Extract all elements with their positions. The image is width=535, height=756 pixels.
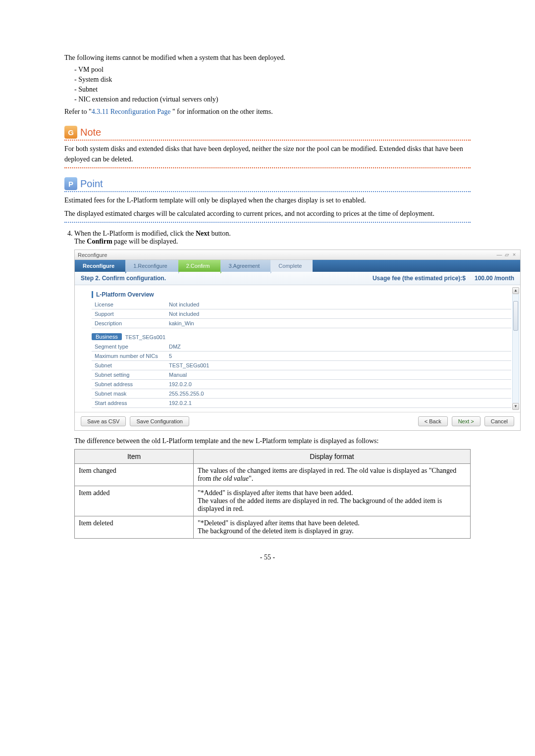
wizard-step-1[interactable]: 1.Reconfigure — [125, 260, 178, 272]
cell-key: Maximum number of NICs — [92, 352, 166, 361]
cell-value: 255.255.255.0 — [166, 389, 511, 399]
refer-line: Refer to "4.3.11 Reconfiguration Page " … — [64, 106, 471, 117]
page-number: - 55 - — [64, 554, 471, 561]
usage-fee-label: Usage fee (the estimated price):$ — [373, 275, 466, 282]
cell-value: TEST_SEGs001 — [166, 361, 511, 370]
text: 2.Confirm — [186, 263, 210, 269]
link-reconfiguration-page[interactable]: 4.3.11 Reconfiguration Page — [92, 108, 172, 115]
table-row: Item added "*Added" is displayed after i… — [75, 486, 471, 516]
step-4: When the L-Platform is modified, click t… — [74, 230, 471, 539]
cell-item: Item changed — [75, 464, 194, 486]
save-as-csv-button[interactable]: Save as CSV — [81, 416, 126, 426]
cell-key: Start address — [92, 399, 166, 408]
table-row: Descriptionkakin_Win — [92, 319, 511, 328]
note-title: Note — [80, 127, 101, 138]
substep-bar: Step 2. Confirm configuration. Usage fee… — [75, 272, 520, 285]
vertical-scrollbar[interactable]: ▲ ▼ — [512, 287, 519, 410]
cancel-button[interactable]: Cancel — [484, 416, 514, 426]
list-item-label: VM pool — [78, 66, 104, 73]
next-button[interactable]: Next > — [452, 416, 481, 426]
col-format: Display format — [194, 450, 471, 464]
confirm-body: L-Platform Overview LicenseNot included … — [75, 285, 520, 412]
note-separator — [64, 167, 471, 168]
cell-key: Segment type — [92, 342, 166, 352]
scroll-thumb[interactable] — [513, 301, 518, 331]
cell-value: 192.0.2.0 — [166, 380, 511, 389]
scroll-down-icon[interactable]: ▼ — [512, 403, 519, 410]
table-header-row: Item Display format — [75, 450, 471, 464]
text: "*Added" is displayed after items that h… — [198, 489, 442, 512]
maximize-icon[interactable]: ▱ — [504, 252, 510, 258]
cell-key: Description — [92, 319, 166, 328]
text: When the L-Platform is modified, click t… — [74, 230, 196, 237]
table-row: Segment typeDMZ — [92, 342, 511, 352]
back-button[interactable]: < Back — [418, 416, 448, 426]
cell-value: 192.0.2.1 — [166, 399, 511, 408]
table-row: Subnet address192.0.2.0 — [92, 380, 511, 389]
cell-key: Support — [92, 309, 166, 319]
text: "*Deleted" is displayed after items that… — [198, 519, 360, 535]
minimize-icon[interactable]: — — [496, 252, 502, 257]
text: Complete — [278, 263, 302, 269]
text: " for information on the other items. — [172, 108, 273, 115]
table-row: Subnet settingManual — [92, 370, 511, 380]
text-bold: Confirm — [87, 238, 112, 245]
list-item-label: System disk — [78, 76, 112, 83]
overview-header: L-Platform Overview — [92, 291, 511, 298]
window-titlebar: Reconfigure — ▱ × — [75, 250, 520, 260]
text-bold: Next — [196, 230, 210, 237]
list-item: Subnet — [74, 86, 471, 94]
wizard-step-complete: Complete — [270, 260, 313, 272]
cell-key: Subnet setting — [92, 370, 166, 380]
list-item: NIC extension and reduction (virtual ser… — [74, 96, 471, 103]
table-row: SubnetTEST_SEGs001 — [92, 361, 511, 370]
text: button. — [210, 230, 231, 237]
step-list: When the L-Platform is modified, click t… — [64, 230, 471, 539]
screenshot-reconfigure: Reconfigure — ▱ × Reconfigure 1.Reconfig… — [74, 250, 521, 431]
table-row: Subnet mask255.255.255.0 — [92, 389, 511, 399]
scroll-track[interactable] — [512, 294, 519, 403]
table-row: Item deleted "*Deleted" is displayed aft… — [75, 516, 471, 539]
text: Refer to " — [64, 108, 92, 115]
wizard-title: Reconfigure — [75, 260, 125, 272]
point-title: Point — [80, 178, 103, 190]
business-tag: Business — [92, 333, 122, 340]
business-tag-row: Business TEST_SEGs001 — [92, 328, 511, 342]
text: ". — [249, 475, 253, 482]
table-row: Item changed The values of the changed i… — [75, 464, 471, 486]
substep-label: Step 2. Confirm configuration. — [81, 275, 166, 282]
col-item: Item — [75, 450, 194, 464]
document-page: The following items cannot be modified w… — [0, 0, 535, 576]
cell-format: "*Deleted" is displayed after items that… — [194, 516, 471, 539]
dialog-footer: Save as CSV Save Configuration < Back Ne… — [75, 412, 520, 430]
table-row: LicenseNot included — [92, 300, 511, 309]
window-title: Reconfigure — [78, 252, 107, 258]
table-row: Maximum number of NICs5 — [92, 352, 511, 361]
wizard-stepbar: Reconfigure 1.Reconfigure 2.Confirm 3.Ag… — [75, 260, 520, 272]
text: Reconfigure — [83, 263, 114, 269]
cell-key: Subnet — [92, 361, 166, 370]
wizard-step-3[interactable]: 3.Agreement — [220, 260, 270, 272]
cell-value: 5 — [166, 352, 511, 361]
wizard-step-2[interactable]: 2.Confirm — [178, 260, 221, 272]
text-italic: the old value — [213, 475, 249, 482]
diff-table: Item Display format Item changed The val… — [74, 449, 471, 539]
text: The — [74, 238, 87, 245]
cell-key: Subnet address — [92, 380, 166, 389]
scroll-up-icon[interactable]: ▲ — [512, 287, 519, 294]
cell-format: "*Added" is displayed after items that h… — [194, 486, 471, 516]
save-configuration-button[interactable]: Save Configuration — [130, 416, 189, 426]
cell-value: Manual — [166, 370, 511, 380]
business-name: TEST_SEGs001 — [125, 334, 165, 340]
segment-table: Segment typeDMZ Maximum number of NICs5 … — [92, 342, 511, 408]
close-icon[interactable]: × — [511, 252, 517, 257]
point-icon: P — [64, 177, 77, 190]
note-header: G Note — [64, 124, 471, 141]
list-item-label: NIC extension and reduction (virtual ser… — [78, 96, 218, 103]
cell-value: kakin_Win — [166, 319, 511, 328]
overview-table: LicenseNot included SupportNot included … — [92, 300, 511, 328]
diff-intro: The difference between the old L-Platfor… — [74, 436, 471, 446]
text: 3.Agreement — [228, 263, 260, 269]
cell-value: DMZ — [166, 342, 511, 352]
note-icon: G — [64, 126, 77, 139]
